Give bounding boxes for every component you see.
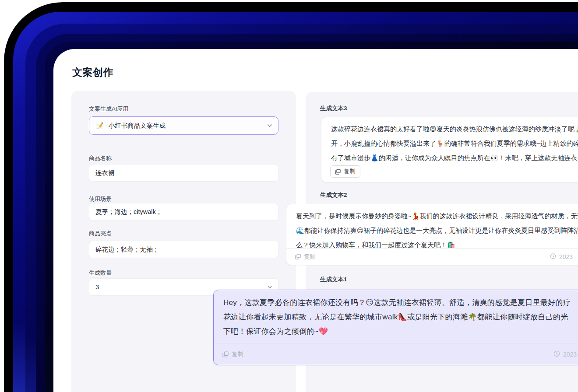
result-text-line: Hey，这款夏季必备的连衣裙你还没有吗？😏这款无袖连衣裙轻薄、舒适，清爽的感觉是…: [223, 295, 578, 310]
timestamp: 2023: [553, 350, 577, 358]
result-text-line: 🌊都能让你保持清爽😊裙子的碎花边也是一大亮点，无袖设计更是让你在炎炎夏日里感受到…: [296, 223, 578, 238]
clock-icon: [550, 253, 556, 260]
copy-button-label: 复制: [304, 253, 316, 261]
result-card-2: 夏天到了，是时候展示你曼妙的身姿啦~💃我们的这款连衣裙设计精良，采用轻薄透气的材…: [286, 204, 578, 265]
clock-icon: [553, 350, 560, 358]
scene-input[interactable]: 夏季；海边；citywalk；: [89, 203, 278, 220]
field-label-name: 商品名称: [89, 154, 278, 162]
field-name: 商品名称: [89, 154, 278, 162]
chevron-down-icon: [267, 284, 272, 290]
copy-button-label: 复制: [344, 168, 356, 175]
name-input[interactable]: 连衣裙: [89, 164, 278, 182]
field-label-highlight: 商品亮点: [89, 230, 278, 238]
count-select-value: 3: [95, 284, 99, 290]
field-label-scene: 使用场景: [89, 195, 278, 203]
result-label-1: 生成文本1: [320, 276, 347, 284]
name-input-value: 连衣裙: [95, 169, 115, 177]
memo-icon: 📝: [95, 122, 104, 130]
field-count: 生成数量: [89, 269, 278, 277]
result-label-3: 生成文本3: [320, 105, 347, 112]
result-text-line: 这款碎花边连衣裙真的太好看了啦😍夏天的炎炎热浪仿佛也被这轻薄的纱质冲淡了呢🍃走在: [331, 122, 578, 136]
app-canvas: 文案创作 文案生成AI应用 📝 小红书商品文案生成 商品名称 连衣裙 使用场景 …: [53, 49, 578, 392]
highlight-input[interactable]: 碎花边；轻薄；无袖；: [89, 241, 278, 258]
timestamp-text: 2023: [559, 253, 573, 260]
result-text-line: 花边让你看起来更加精致，无论是在繁华的城市walk👠或是阳光下的海滩🌴都能让你随…: [223, 310, 578, 324]
result-label-2: 生成文本2: [320, 191, 347, 199]
timestamp-text: 2023: [563, 351, 577, 358]
copy-button[interactable]: 复制: [330, 165, 360, 178]
field-app: 文案生成AI应用: [89, 105, 278, 113]
result-text-line: 开，小鹿乱撞的心情都快要溢出来了🦌的确非常符合我们夏季的需求哦~边上精致的碎花镶…: [331, 136, 578, 150]
chevron-down-icon: [267, 123, 272, 128]
result-card-3: 这款碎花边连衣裙真的太好看了啦😍夏天的炎炎热浪仿佛也被这轻薄的纱质冲淡了呢🍃走在…: [321, 117, 578, 182]
field-label-count: 生成数量: [89, 269, 278, 277]
field-scene: 使用场景: [89, 195, 278, 203]
copy-button-label: 复制: [232, 350, 243, 358]
result-text-line: 夏天到了，是时候展示你曼妙的身姿啦~💃我们的这款连衣裙设计精良，采用轻薄透气的材…: [296, 209, 578, 223]
copy-button[interactable]: 复制: [295, 253, 316, 261]
app-select[interactable]: 📝 小红书商品文案生成: [89, 116, 278, 135]
scene-input-value: 夏季；海边；citywalk；: [95, 208, 162, 216]
page-title: 文案创作: [72, 66, 113, 79]
copy-icon: [335, 169, 341, 175]
app-select-value: 小红书商品文案生成: [109, 122, 166, 130]
result-text-line: 下吧！保证你会为之倾倒的~💖: [223, 324, 578, 339]
highlight-input-value: 碎花边；轻薄；无袖；: [95, 245, 159, 254]
copy-icon: [222, 351, 229, 357]
field-label-app: 文案生成AI应用: [89, 105, 278, 113]
result-card-1: Hey，这款夏季必备的连衣裙你还没有吗？😏这款无袖连衣裙轻薄、舒适，清爽的感觉是…: [213, 290, 578, 365]
copy-icon: [295, 254, 301, 259]
copy-button[interactable]: 复制: [222, 350, 243, 358]
field-highlight: 商品亮点: [89, 230, 278, 238]
timestamp: 2023: [550, 253, 573, 260]
